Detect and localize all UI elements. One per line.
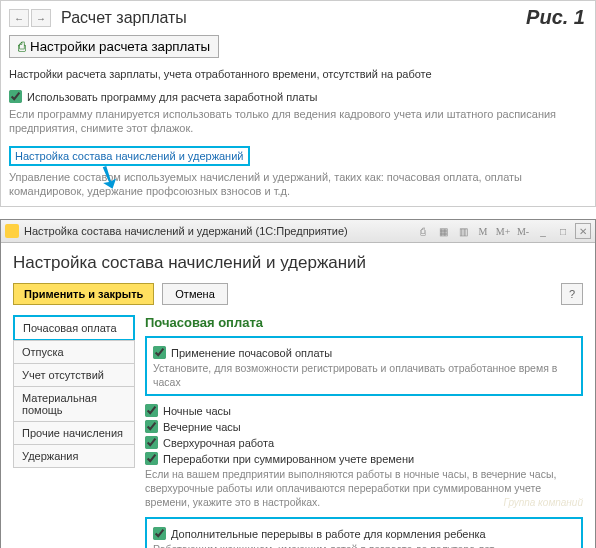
tool-m-button[interactable]: M (475, 223, 491, 239)
tool-mplus-button[interactable]: M+ (495, 223, 511, 239)
feeding-break-hint: Работающим женщинам, имеющим детей в воз… (153, 543, 575, 548)
titlebar-tools: ⎙ ▦ ▥ M M+ M- _ □ ✕ (415, 223, 591, 239)
overtime-label: Сверхурочная работа (163, 437, 274, 449)
summed-overtime-label: Переработки при суммированном учете врем… (163, 453, 414, 465)
tool-calendar-icon[interactable]: ▥ (455, 223, 471, 239)
app-icon (5, 224, 19, 238)
feeding-break-callout: Дополнительные перерывы в работе для кор… (145, 517, 583, 548)
summed-overtime-checkbox[interactable] (145, 452, 158, 465)
window-heading: Настройка состава начислений и удержаний (13, 253, 583, 273)
nav-arrows: ← → (9, 9, 51, 27)
composition-window: Настройка состава начислений и удержаний… (0, 219, 596, 548)
evening-hours-label: Вечерние часы (163, 421, 241, 433)
apply-close-button[interactable]: Применить и закрыть (13, 283, 154, 305)
tabs-list: Почасовая оплата Отпуска Учет отсутствий… (13, 315, 135, 548)
nav-forward-button[interactable]: → (31, 9, 51, 27)
nav-back-button[interactable]: ← (9, 9, 29, 27)
hourly-pay-label: Применение почасовой оплаты (171, 347, 332, 359)
print-btn-label: Настройки расчета зарплаты (30, 39, 210, 54)
evening-hours-checkbox[interactable] (145, 420, 158, 433)
tool-mminus-button[interactable]: M- (515, 223, 531, 239)
content-split: Почасовая оплата Отпуска Учет отсутствий… (13, 315, 583, 548)
config-desc: Управление составом используемых начисле… (9, 170, 587, 199)
feeding-break-label: Дополнительные перерывы в работе для кор… (171, 528, 486, 540)
general-hint: Если на вашем предприятии выполняются ра… (145, 468, 583, 509)
tab-absences[interactable]: Учет отсутствий (13, 363, 135, 387)
config-composition-link[interactable]: Настройка состава начислений и удержаний (15, 150, 244, 162)
help-button[interactable]: ? (561, 283, 583, 305)
tab-vacations[interactable]: Отпуска (13, 340, 135, 364)
tool-calc-icon[interactable]: ▦ (435, 223, 451, 239)
page-title: Расчет зарплаты (61, 9, 187, 27)
print-icon: ⎙ (18, 39, 26, 54)
cancel-button[interactable]: Отмена (162, 283, 227, 305)
night-hours-checkbox[interactable] (145, 404, 158, 417)
use-program-checkbox[interactable] (9, 90, 22, 103)
intro-text: Настройки расчета зарплаты, учета отрабо… (9, 68, 587, 80)
settings-page: Рис. 1 ← → Расчет зарплаты ⎙ Настройки р… (0, 0, 596, 207)
titlebar: Настройка состава начислений и удержаний… (1, 220, 595, 243)
hourly-pay-hint: Установите, для возможности регистрирова… (153, 362, 575, 389)
use-program-label: Использовать программу для расчета зараб… (27, 91, 317, 103)
hourly-pay-checkbox[interactable] (153, 346, 166, 359)
feeding-break-checkbox[interactable] (153, 527, 166, 540)
config-link-highlight: Настройка состава начислений и удержаний (9, 146, 250, 166)
window-body: Настройка состава начислений и удержаний… (1, 243, 595, 548)
tab-deductions[interactable]: Удержания (13, 444, 135, 468)
panel-right: Почасовая оплата Применение почасовой оп… (145, 315, 583, 548)
panel-title: Почасовая оплата (145, 315, 583, 330)
tab-hourly-pay[interactable]: Почасовая оплата (13, 315, 135, 341)
hourly-callout: Применение почасовой оплаты Установите, … (145, 336, 583, 396)
use-program-hint: Если программу планируется использовать … (9, 107, 587, 136)
titlebar-text: Настройка состава начислений и удержаний… (24, 225, 415, 237)
close-button[interactable]: ✕ (575, 223, 591, 239)
minimize-button[interactable]: _ (535, 223, 551, 239)
action-toolbar: Применить и закрыть Отмена ? (13, 283, 583, 305)
maximize-button[interactable]: □ (555, 223, 571, 239)
tab-material-aid[interactable]: Материальная помощь (13, 386, 135, 422)
night-hours-label: Ночные часы (163, 405, 231, 417)
use-program-row: Использовать программу для расчета зараб… (9, 90, 587, 103)
overtime-checkbox[interactable] (145, 436, 158, 449)
figure-label: Рис. 1 (526, 6, 585, 29)
tab-other-accruals[interactable]: Прочие начисления (13, 421, 135, 445)
tool-print-icon[interactable]: ⎙ (415, 223, 431, 239)
print-settings-button[interactable]: ⎙ Настройки расчета зарплаты (9, 35, 219, 58)
